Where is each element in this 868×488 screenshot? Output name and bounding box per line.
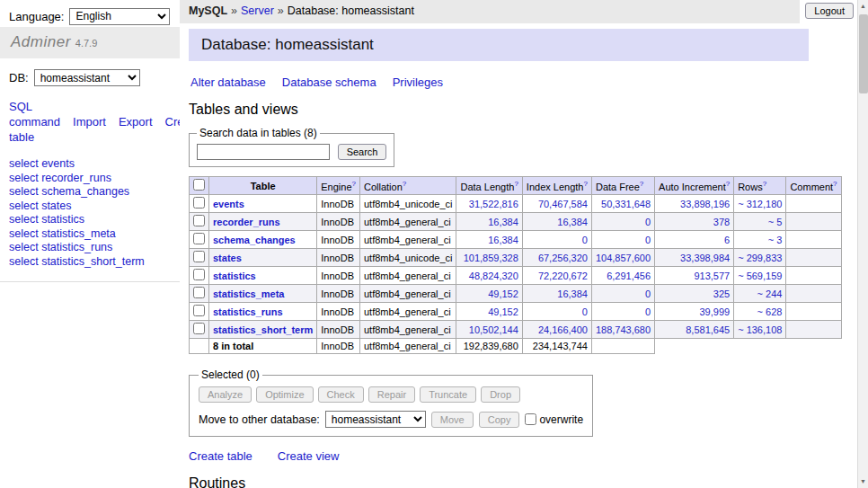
sidebar-table-link[interactable]: select events (9, 157, 180, 172)
row-checkbox[interactable] (193, 215, 205, 226)
db-selector-row: DB: homeassistant (0, 58, 180, 86)
row-checkbox[interactable] (193, 233, 205, 244)
help-link[interactable]: ? (514, 180, 518, 188)
table-name-link[interactable]: schema_changes (213, 235, 296, 245)
comment-cell (786, 231, 841, 249)
help-link[interactable]: ? (726, 180, 730, 188)
db-select[interactable]: homeassistant (34, 69, 140, 86)
scroll-down-icon[interactable]: ▼ (858, 475, 868, 488)
row-checkbox[interactable] (193, 323, 205, 334)
select-all-checkbox[interactable] (193, 179, 205, 191)
help-link[interactable]: ? (640, 180, 643, 188)
move-button[interactable]: Move (431, 412, 474, 428)
sidebar-action-link[interactable]: Import (73, 115, 106, 129)
overwrite-option: overwrite (525, 413, 583, 426)
database-nav-link[interactable]: Alter database (190, 75, 266, 89)
sidebar-table-link[interactable]: select statistics_short_term (9, 255, 180, 270)
help-link[interactable]: ? (763, 180, 766, 188)
bulk-action-button[interactable]: Analyze (199, 386, 252, 403)
help-link[interactable]: ? (352, 180, 356, 188)
logout-button[interactable]: Logout (805, 3, 854, 19)
rows-count-link[interactable]: ~ 3 (768, 235, 783, 245)
sidebar-table-link[interactable]: select statistics_runs (9, 241, 180, 255)
table-name-link[interactable]: statistics_meta (213, 288, 285, 299)
bulk-action-button[interactable]: Check (318, 386, 364, 403)
breadcrumb-separator: » (231, 4, 237, 17)
table-row: statistics_short_term InnoDB utf8mb4_gen… (190, 321, 842, 339)
bulk-action-button[interactable]: Drop (481, 386, 520, 403)
breadcrumb-mysql-link[interactable]: MySQL (189, 4, 227, 17)
bulk-action-button[interactable]: Truncate (420, 386, 476, 403)
sidebar-action-link[interactable]: SQL command (9, 100, 60, 129)
rows-count-link[interactable]: ~ 569,159 (738, 271, 782, 281)
bulk-action-button[interactable]: Repair (368, 386, 415, 403)
table-name-link[interactable]: statistics (213, 271, 256, 281)
help-link[interactable]: ? (583, 180, 587, 188)
scrollbar-thumb[interactable] (859, 14, 868, 93)
table-name-cell: statistics_runs (209, 303, 317, 321)
language-select[interactable]: English (69, 8, 170, 25)
sidebar-table-link[interactable]: select recorder_runs (9, 172, 180, 186)
table-row: statistics InnoDB utf8mb4_general_ci 48,… (190, 267, 842, 285)
data-free-cell: 0 (591, 285, 654, 303)
table-row: recorder_runs InnoDB utf8mb4_general_ci … (190, 213, 842, 231)
table-name-link[interactable]: events (213, 199, 244, 209)
search-input[interactable] (197, 144, 330, 160)
breadcrumb-server-link[interactable]: Server (241, 4, 274, 17)
row-checkbox[interactable] (193, 197, 205, 209)
sidebar-table-link[interactable]: select states (9, 200, 180, 214)
app-version: 4.7.9 (75, 38, 97, 49)
selected-legend: Selected (0) (199, 368, 262, 381)
data-free-cell: 50,331,648 (591, 195, 654, 213)
database-nav-link[interactable]: Database schema (282, 75, 376, 89)
collation-cell: utf8mb4_general_ci (360, 213, 456, 231)
rows-count-link[interactable]: ~ 136,108 (738, 324, 782, 335)
bulk-action-button[interactable]: Optimize (256, 386, 313, 403)
rows-count-link[interactable]: ~ 244 (757, 288, 783, 299)
row-checkbox[interactable] (193, 305, 205, 316)
copy-button[interactable]: Copy (479, 412, 520, 428)
database-nav-link[interactable]: Privileges (393, 75, 443, 89)
help-link[interactable]: ? (403, 180, 406, 188)
sidebar-table-link[interactable]: select statistics (9, 213, 180, 227)
row-checkbox[interactable] (193, 287, 205, 298)
row-check-cell (190, 303, 209, 321)
sidebar-table-link[interactable]: select statistics_meta (9, 227, 180, 242)
engine-cell: InnoDB (317, 231, 360, 249)
auto-increment-cell: 39,999 (655, 303, 734, 321)
db-label: DB: (9, 71, 29, 84)
rows-count-link[interactable]: ~ 628 (757, 306, 783, 317)
rows-count-link[interactable]: ~ 5 (768, 217, 783, 227)
app-logo: Adminer4.7.9 (0, 27, 180, 58)
rows-count-link[interactable]: ~ 299,833 (738, 253, 782, 263)
sidebar-action-link[interactable]: Export (119, 115, 153, 129)
overwrite-checkbox[interactable] (525, 413, 536, 425)
tables-heading: Tables and views (189, 102, 857, 118)
data-length-cell: 16,384 (456, 213, 522, 231)
table-name-link[interactable]: states (213, 253, 242, 263)
language-bar: Language: English (0, 0, 180, 27)
row-check-cell (190, 213, 209, 231)
rows-count-link[interactable]: ~ 312,180 (738, 199, 782, 209)
row-checkbox[interactable] (193, 269, 205, 280)
table-name-link[interactable]: recorder_runs (213, 217, 280, 227)
create-link[interactable]: Create view (278, 449, 340, 463)
database-nav-links: Alter databaseDatabase schemaPrivileges (190, 75, 857, 89)
move-db-select[interactable]: homeassistant (325, 411, 426, 428)
sidebar-table-link[interactable]: select schema_changes (9, 185, 180, 200)
table-name-link[interactable]: statistics_runs (213, 306, 283, 317)
row-checkbox[interactable] (193, 251, 205, 262)
totals-collation: utf8mb4_general_ci (360, 339, 456, 354)
index-length-cell: 0 (522, 231, 591, 249)
search-button[interactable]: Search (338, 144, 387, 160)
collation-cell: utf8mb4_general_ci (360, 231, 456, 249)
sidebar-divider (0, 281, 180, 282)
engine-cell: InnoDB (317, 195, 360, 213)
create-link[interactable]: Create table (189, 449, 252, 463)
totals-empty-cell (190, 339, 209, 354)
help-link[interactable]: ? (833, 180, 837, 188)
column-header: Index Length? (522, 177, 591, 195)
scroll-up-icon[interactable]: ▲ (858, 0, 868, 13)
table-name-link[interactable]: statistics_short_term (213, 324, 313, 335)
comment-cell (786, 195, 841, 213)
